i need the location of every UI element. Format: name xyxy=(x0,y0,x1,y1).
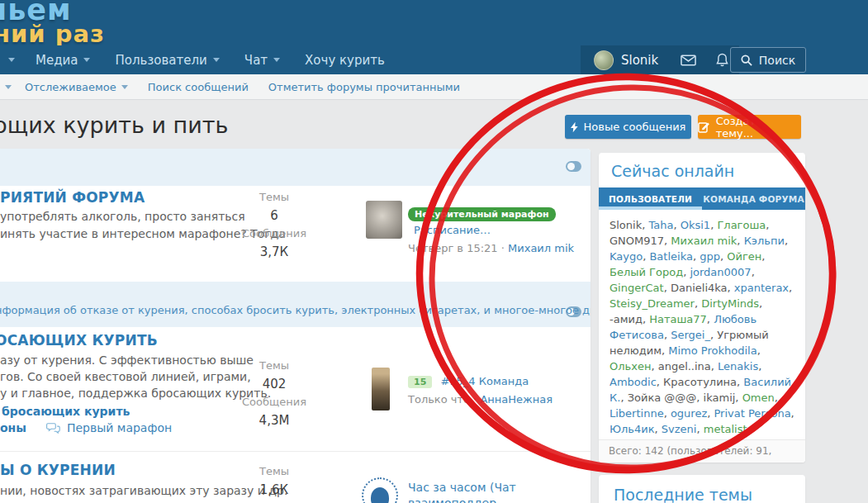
last-post-block: 15 #15_4 Команда Только что · АннаНежная xyxy=(408,373,553,406)
subforum-link[interactable]: бросающих курить xyxy=(2,405,130,418)
subnav-collapse[interactable] xyxy=(0,85,15,89)
online-user-link[interactable]: Наташа77 xyxy=(649,313,707,325)
topics-label: Темы xyxy=(238,188,311,206)
messages-label: Сообщения xyxy=(238,225,311,243)
online-user-link[interactable]: Svzeni xyxy=(662,423,697,435)
collapse-toggle-icon[interactable] xyxy=(566,161,581,172)
nav-item-want-to-smoke[interactable]: Хочу курить xyxy=(292,45,397,74)
last-thread-link[interactable]: Расписание… xyxy=(414,224,491,236)
online-user-link[interactable]: Omen xyxy=(742,391,775,404)
online-user-link[interactable]: angel..ina xyxy=(658,360,711,373)
forum-page: пьем ний раз Медиа Пользователи Чат Хочу… xyxy=(0,0,868,503)
online-user-link[interactable]: Sergei_ xyxy=(671,329,710,341)
online-user-link[interactable]: Mimo Prokhodila xyxy=(668,344,757,357)
subforum-link[interactable]: оны xyxy=(0,421,26,434)
last-thread-link[interactable]: Час за часом (Чат взаимоподдер… xyxy=(408,481,516,503)
last-poster-avatar[interactable] xyxy=(362,477,398,503)
online-user-link[interactable]: jordan0007 xyxy=(690,266,751,278)
last-poster-avatar[interactable] xyxy=(366,201,402,239)
search-label: Поиск xyxy=(759,54,795,67)
thread-prefix-badge[interactable]: 15 xyxy=(408,376,432,388)
subnav-watched[interactable]: Отслеживаемое xyxy=(15,81,138,93)
online-now-panel: Сейчас онлайн ПОЛЬЗОВАТЕЛИ КОМАНДА ФОРУМ… xyxy=(599,153,805,463)
online-user-link[interactable]: Batleika xyxy=(649,250,692,263)
online-user-link[interactable]: Ойген xyxy=(727,250,761,263)
thread-prefix-badge[interactable]: Некурительный марафон xyxy=(408,207,556,221)
online-user-link[interactable]: GingerCat xyxy=(609,282,664,294)
last-post-block: Час за часом (Чат взаимоподдер… Сегодня … xyxy=(408,479,591,503)
online-user-link[interactable]: Lenakis xyxy=(718,360,758,373)
online-user-link[interactable]: Белый Город xyxy=(609,266,683,278)
online-user-link[interactable]: Юль4ик xyxy=(609,423,655,435)
subnav-label: Отметить форумы прочитанными xyxy=(268,81,460,93)
messages-count: 4,3М xyxy=(238,411,311,429)
new-messages-button[interactable]: Новые сообщения xyxy=(565,115,691,139)
chevron-down-icon xyxy=(83,58,90,62)
online-user-link[interactable]: Privat Persona xyxy=(714,407,791,420)
nav-item-chat[interactable]: Чат xyxy=(232,45,292,74)
forum-description: гов. Со своей квестовой линией, играми, xyxy=(0,370,251,383)
online-user-link[interactable]: Кэльпи xyxy=(744,235,785,247)
main-navbar: Медиа Пользователи Чат Хочу курить Sloni… xyxy=(0,45,868,74)
online-users-names: Slonik, Taha, Oksi1, Глагоша, GNOM917, М… xyxy=(609,219,794,463)
online-user-link[interactable]: -амид xyxy=(609,313,643,325)
inbox-button[interactable] xyxy=(671,45,705,74)
last-poster-avatar[interactable] xyxy=(372,368,390,410)
online-user-link[interactable]: Красотулина xyxy=(663,376,737,388)
last-post-user-link[interactable]: АннаНежная xyxy=(480,393,553,406)
last-post-user-link[interactable]: Михаил mik xyxy=(508,242,574,254)
new-messages-label: Новые сообщения xyxy=(584,121,686,133)
site-logo-line2[interactable]: ний раз xyxy=(0,20,105,48)
online-user-link[interactable]: ogurez xyxy=(671,407,707,420)
search-button[interactable]: Поиск xyxy=(730,47,806,73)
online-user-link[interactable]: Глагоша xyxy=(717,219,766,231)
forum-description: азу от курения. С эффективностью выше xyxy=(0,354,254,367)
last-post-time: Четверг в 15:21 · xyxy=(408,242,505,254)
online-user-link[interactable]: GNOM917 xyxy=(609,235,664,247)
online-users-list: Slonik, Taha, Oksi1, Глагоша, GNOM917, М… xyxy=(599,210,805,463)
tab-forum-team[interactable]: КОМАНДА ФОРУМА xyxy=(702,187,805,210)
last-post-meta: Четверг в 15:21 · Михаил mik xyxy=(408,242,591,254)
online-user-link[interactable]: Зойка @@@ xyxy=(628,391,697,404)
online-user-link[interactable]: Oksi1 xyxy=(681,219,710,231)
online-user-link[interactable]: DirtyMinds xyxy=(701,297,759,310)
latest-topics-title: Последние темы xyxy=(614,486,790,503)
online-total: Всего: 142 (пользователей: 91, гостей: 5… xyxy=(599,439,805,463)
online-user-link[interactable]: xpanterax xyxy=(734,282,789,294)
forum-title[interactable]: Ы О КУРЕНИИ xyxy=(0,462,116,478)
online-user-link[interactable]: gpp xyxy=(700,250,720,263)
subnav-label: Поиск сообщений xyxy=(148,81,249,93)
online-user-link[interactable]: metalist xyxy=(704,423,747,435)
online-user-link[interactable]: ikamij xyxy=(704,391,736,404)
create-thread-button[interactable]: Создать тему... xyxy=(698,115,801,139)
site-header: пьем ний раз xyxy=(0,0,868,45)
username-label: Slonik xyxy=(621,53,658,68)
online-user-link[interactable]: Ольхен xyxy=(609,360,651,373)
nav-overflow-menu[interactable] xyxy=(0,45,23,74)
nav-item-label: Медиа xyxy=(36,53,78,68)
online-user-link[interactable]: Danieli4ka xyxy=(671,282,728,294)
online-user-link[interactable]: Ambodic xyxy=(609,376,657,388)
forum-stats: Темы 6 Сообщения 3,7К xyxy=(238,188,311,261)
forum-title[interactable]: ОСАЮЩИХ КУРИТЬ xyxy=(0,332,158,349)
subnav-search-posts[interactable]: Поиск сообщений xyxy=(138,81,259,93)
online-user-link[interactable]: Михаил mik xyxy=(671,235,737,247)
online-user-link[interactable]: Taha xyxy=(648,219,673,231)
topics-count: 1,6К xyxy=(238,481,311,499)
nav-item-media[interactable]: Медиа xyxy=(23,45,102,74)
last-thread-link[interactable]: #15_4 Команда xyxy=(440,375,529,387)
online-user-link[interactable]: Kaygo xyxy=(609,250,643,263)
subnav-mark-read[interactable]: Отметить форумы прочитанными xyxy=(259,81,470,93)
topics-label: Темы xyxy=(238,463,311,481)
subforum-row: оны Первый марафон xyxy=(0,421,172,434)
tab-users[interactable]: ПОЛЬЗОВАТЕЛИ xyxy=(599,187,702,210)
online-user-link[interactable]: Slonik xyxy=(609,219,642,231)
nav-item-users[interactable]: Пользователи xyxy=(102,45,231,74)
account-menu[interactable]: Slonik xyxy=(581,45,671,74)
online-user-link[interactable]: Libertinne xyxy=(609,407,664,420)
subforum-thread-link[interactable]: Первый марафон xyxy=(67,421,172,434)
online-now-title: Сейчас онлайн xyxy=(611,162,793,180)
forum-title[interactable]: РИЯТИЙ ФОРУМА xyxy=(0,189,145,206)
online-user-link[interactable]: Steisy_Dreamer xyxy=(609,297,695,310)
create-thread-label: Создать тему... xyxy=(716,115,801,140)
